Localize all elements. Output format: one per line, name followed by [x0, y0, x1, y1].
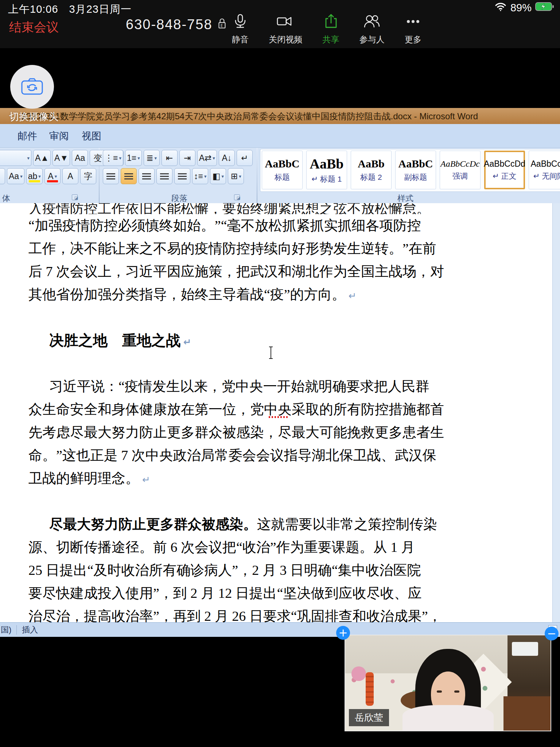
align-bars-icon	[142, 173, 151, 179]
button-glyph: Aa	[9, 171, 19, 181]
button-glyph: A	[48, 171, 53, 181]
insert-mode-status[interactable]: 插入	[22, 624, 38, 635]
change-case-button[interactable]: Aa▾	[7, 168, 24, 184]
shading-button[interactable]: ◧▾	[210, 168, 226, 184]
language-status[interactable]: 国)	[1, 624, 11, 635]
ribbon-tab-3[interactable]: 视图	[82, 129, 101, 143]
battery-icon	[535, 1, 554, 14]
document-line: 尽最大努力防止更多群众被感染。这就需要以非常之策控制传染	[28, 513, 560, 536]
dropdown-arrow-icon: ▾	[204, 174, 207, 179]
style-name: ↵ 标题 1	[312, 174, 342, 184]
more-button[interactable]: 更多	[405, 13, 421, 45]
style-card-副标题[interactable]: AaBbC副标题	[395, 151, 436, 189]
style-name: 副标题	[404, 172, 427, 182]
highlight-button[interactable]: ab▾	[26, 168, 43, 184]
document-line: 要尽快建成投入使用”，到 2 月 12 日提出“坚决做到应收尽收、应	[28, 582, 560, 605]
video-pink-ball	[351, 666, 366, 681]
document-line: 后 7 次会议上，习近平因应施策，把武汉和湖北作为全国主战场，对	[28, 260, 560, 283]
participant-name-label: 岳欣莹	[349, 709, 389, 726]
document-line: 先考虑尽最大努力防止更多群众被感染，尽最大可能挽救更多患者生	[28, 421, 560, 444]
button-glyph: Aa	[75, 153, 85, 163]
button-glyph: A↓	[222, 153, 232, 163]
video-minimize-button[interactable]: −	[545, 627, 559, 640]
share-button[interactable]: 共享	[323, 13, 339, 45]
font-color-button[interactable]: A▾	[44, 168, 61, 184]
clear-formatting-button[interactable]: Aa	[72, 150, 88, 166]
show-marks-button[interactable]: ↵	[237, 150, 253, 166]
document-line: 其他省份加强分类指导，始终主导着战“疫”的方向。↵	[28, 283, 560, 306]
lock-icon: E	[218, 17, 226, 32]
bullets-button[interactable]: ⋮≡▾	[103, 150, 123, 166]
borders-button[interactable]: ⊞▾	[228, 168, 244, 184]
color-accent-bar	[29, 180, 40, 182]
document-heading: 决胜之地 重地之战↵	[28, 329, 560, 352]
justify-button[interactable]	[156, 168, 172, 184]
align-left-button[interactable]	[103, 168, 119, 184]
participants-button[interactable]: 参与人	[359, 13, 385, 45]
shrink-font-button[interactable]: A▼	[52, 150, 70, 166]
document-line	[28, 352, 560, 375]
control-label: 更多	[405, 34, 421, 45]
meeting-top-bar: 上午10:06 3月23日周一 89% 结束会议 630-848-758 E 静…	[0, 0, 560, 48]
superscript-button[interactable]: ²	[0, 168, 5, 184]
increase-indent-button[interactable]: ⇥	[179, 150, 195, 166]
style-card-标题[interactable]: AaBbC标题	[262, 151, 303, 189]
dropdown-arrow-icon: ▾	[55, 174, 57, 179]
style-card-标题1[interactable]: AaBb↵ 标题 1	[306, 151, 347, 189]
grow-font-button[interactable]: A▲	[33, 150, 51, 166]
paragraph-mark: ↵	[349, 290, 357, 301]
align-right-button[interactable]	[139, 168, 155, 184]
enclose-characters-button[interactable]: 字	[80, 168, 96, 184]
mute-button[interactable]: 静音	[232, 13, 249, 45]
distributed-button[interactable]	[174, 168, 190, 184]
paragraph-dialog-launcher[interactable]: ◪	[234, 194, 240, 200]
control-label: 共享	[323, 34, 339, 45]
font-group-row2: ²Aa▾ab▾A▾A字	[0, 168, 96, 184]
font-dialog-launcher[interactable]: ◪	[72, 194, 78, 200]
video-expand-button[interactable]: +	[336, 626, 350, 640]
paragraph-group-label: 段落	[171, 193, 187, 204]
align-center-button[interactable]	[121, 168, 137, 184]
switch-camera-button[interactable]	[10, 65, 54, 109]
style-card-无间隔[interactable]: AaBbCcD↵ 无间隔	[529, 151, 560, 189]
vertical-scrollbar[interactable]	[552, 203, 560, 622]
character-shading-button[interactable]: A	[62, 168, 78, 184]
ribbon-tab-1[interactable]: 邮件	[18, 129, 37, 143]
bold-lead-text: 尽最大努力防止更多群众被感染。	[49, 516, 257, 532]
numbering-button[interactable]: 1≡▾	[125, 150, 142, 166]
font-size-combo[interactable]: 号▾	[0, 150, 31, 166]
ribbon-tab-2[interactable]: 审阅	[49, 129, 69, 143]
align-bars-icon	[160, 173, 169, 179]
dropdown-arrow-icon: ▾	[155, 155, 157, 161]
style-name: ↵ 正文	[493, 171, 516, 181]
document-line: 源、切断传播途径。前 6 次会议把“收治”作为重要课题。从 1 月	[28, 536, 560, 559]
participants-icon	[363, 13, 381, 32]
document-page[interactable]: 入疫情防控工作依旧不能松懈，要始终绷紧思想之弦不放松懈怠。“加强疫情防控必须慎终…	[0, 203, 560, 622]
dropdown-arrow-icon: ▾	[27, 155, 30, 161]
style-preview: AaBb	[358, 158, 384, 170]
share-icon	[323, 13, 339, 32]
stop-video-button[interactable]: 关闭视频	[269, 13, 302, 45]
decrease-indent-button[interactable]: ⇤	[162, 150, 178, 166]
participant-video-tile[interactable]: 岳欣莹	[345, 635, 551, 731]
end-meeting-button[interactable]: 结束会议	[9, 19, 59, 36]
svg-text:E: E	[220, 24, 223, 28]
document-line	[28, 306, 560, 329]
style-preview: AaBb	[310, 156, 344, 172]
style-name: 标题 2	[360, 172, 382, 182]
style-card-标题2[interactable]: AaBb标题 2	[351, 151, 392, 189]
sort-button[interactable]: A↓	[219, 150, 235, 166]
color-accent-bar	[47, 180, 58, 182]
paragraph-group-row2: ↕≡▾◧▾⊞▾	[103, 168, 244, 184]
style-preview: AaBbCcDc	[440, 159, 480, 169]
eye	[454, 690, 459, 693]
style-card-强调[interactable]: AaBbCcDc强调	[440, 151, 481, 189]
multilevel-list-button[interactable]: ≣▾	[144, 150, 160, 166]
button-glyph: ⇥	[184, 153, 191, 163]
line-spacing-button[interactable]: ↕≡▾	[192, 168, 208, 184]
button-glyph: A▼	[54, 153, 68, 163]
style-card-正文[interactable]: AaBbCcDd↵ 正文	[484, 151, 525, 189]
participant-shirt	[402, 705, 494, 731]
meeting-id: 630-848-758 E	[126, 17, 226, 32]
asian-layout-button[interactable]: A⇄▾	[197, 150, 217, 166]
